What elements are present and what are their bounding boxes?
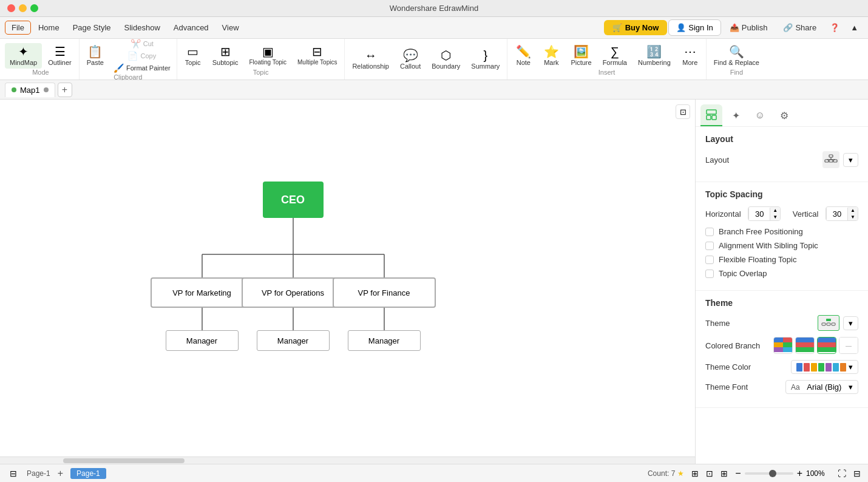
colored-branch-option-4[interactable]: — [839, 337, 858, 354]
panel-tab-emoji[interactable]: ☺ [749, 104, 771, 126]
vp-finance-node[interactable]: VP for Finance [333, 277, 436, 308]
vp-operations-node[interactable]: VP for Operations [242, 277, 345, 308]
summary-button[interactable]: } Summary [466, 47, 504, 72]
flexible-floating-checkbox[interactable] [705, 256, 714, 264]
floating-topic-button[interactable]: ▣ Floating Topic [244, 43, 291, 69]
horizontal-spinner[interactable]: 30 ▲ ▼ [748, 206, 781, 221]
home-menu[interactable]: Home [32, 21, 66, 35]
scroll-thumb[interactable] [63, 458, 185, 463]
sidebar-toggle-button[interactable]: ⊟ [7, 467, 19, 480]
horizontal-down[interactable]: ▼ [770, 214, 780, 220]
panel-right-button[interactable]: ⊟ [853, 469, 861, 478]
callout-button[interactable]: 💬 Callout [395, 47, 426, 72]
manager2-node[interactable]: Manager [257, 330, 330, 351]
manager1-node[interactable]: Manager [166, 330, 239, 351]
boundary-button[interactable]: ⬡ Boundary [427, 47, 465, 72]
outliner-icon: ☰ [55, 46, 66, 58]
sign-in-button[interactable]: 👤 Sign In [668, 19, 721, 36]
formula-button[interactable]: ∑ Formula [598, 43, 632, 69]
view-menu[interactable]: View [216, 21, 245, 35]
page-style-menu[interactable]: Page Style [67, 21, 117, 35]
colored-branch-option-2[interactable] [795, 337, 815, 354]
canvas-scrollbar[interactable] [0, 457, 695, 464]
colored-branch-option-1[interactable] [773, 337, 793, 354]
spacing-row: Horizontal 30 ▲ ▼ Vertical 30 ▲ ▼ [705, 206, 858, 221]
maximize-button[interactable] [30, 4, 38, 12]
theme-label: Theme [705, 319, 730, 328]
help-button[interactable]: ❓ [825, 20, 844, 35]
paste-button[interactable]: 📋 Paste [82, 38, 109, 73]
manager3-node[interactable]: Manager [348, 330, 421, 351]
add-page-button[interactable]: + [58, 468, 63, 479]
note-button[interactable]: ✏️ Note [510, 43, 537, 69]
horizontal-up[interactable]: ▲ [770, 207, 780, 214]
topic-button[interactable]: ▭ Topic [180, 43, 206, 69]
relationship-button[interactable]: ↔ Relationship [347, 47, 394, 72]
format-painter-icon: 🖌️ [114, 64, 124, 72]
vertical-spinner[interactable]: 30 ▲ ▼ [826, 206, 858, 221]
advanced-menu[interactable]: Advanced [168, 21, 215, 35]
mindmap-button[interactable]: ✦ MindMap [5, 43, 42, 69]
color-swatch-blue [796, 363, 802, 372]
status-bar: ⊟ Page-1 + Page-1 Count: 7 ★ ⊞ ⊡ ⊞ − + 1… [0, 464, 868, 482]
panel-tab-layout[interactable] [700, 104, 722, 126]
vp-marketing-node[interactable]: VP for Marketing [151, 277, 254, 308]
multiple-topics-button[interactable]: ⊟ Multiple Topics [293, 43, 342, 69]
layout-section: Layout Layout ▾ [696, 127, 868, 182]
find-label: Find [730, 69, 743, 76]
topic-spacing-section: Topic Spacing Horizontal 30 ▲ ▼ Vertical… [696, 182, 868, 291]
layout-dropdown[interactable]: ▾ [843, 153, 858, 167]
zoom-out-button[interactable]: − [735, 468, 741, 479]
svg-rect-19 [827, 323, 830, 325]
color-swatch-orange [811, 363, 817, 372]
add-tab-button[interactable]: + [58, 83, 72, 97]
copy-button[interactable]: 📄 Copy [110, 50, 174, 61]
branch-free-checkbox[interactable] [705, 228, 714, 236]
file-menu[interactable]: File [5, 21, 31, 35]
fullscreen-button[interactable]: ⛶ [838, 469, 846, 478]
minimize-button[interactable] [19, 4, 27, 12]
cut-button[interactable]: ✂️ Cut [110, 38, 174, 49]
vertical-down[interactable]: ▼ [848, 214, 858, 220]
panel-toggle-button[interactable]: ⊡ [676, 104, 690, 119]
vertical-label: Vertical [793, 209, 819, 219]
theme-dropdown[interactable]: ▾ [843, 316, 858, 330]
slideshow-menu[interactable]: Slideshow [118, 21, 166, 35]
more-button[interactable]: ⋯ More [677, 43, 704, 69]
subtopic-button[interactable]: ⊞ Subtopic [208, 43, 243, 69]
vertical-up[interactable]: ▲ [848, 207, 858, 214]
mark-button[interactable]: ⭐ Mark [538, 43, 565, 69]
map1-tab[interactable]: Map1 [5, 83, 55, 97]
canvas[interactable]: CEO VP for Marketing VP for Operations V… [0, 100, 695, 464]
theme-color-dropdown[interactable]: ▾ [791, 360, 858, 374]
buy-now-button[interactable]: 🛒 Buy Now [604, 20, 668, 35]
fit-width-button[interactable]: ⊡ [706, 469, 713, 478]
ceo-node[interactable]: CEO [263, 182, 324, 218]
font-icon: Aa [791, 383, 800, 392]
theme-font-dropdown[interactable]: Aa Arial (Big) ▾ [785, 380, 858, 394]
publish-button[interactable]: 📤 Publish [722, 20, 775, 35]
find-replace-button[interactable]: 🔍 Find & Replace [709, 43, 764, 69]
mark-icon: ⭐ [544, 46, 559, 58]
panel-tab-style[interactable]: ✦ [725, 104, 747, 126]
picture-button[interactable]: 🖼️ Picture [566, 43, 596, 69]
zoom-in-button[interactable]: + [797, 468, 802, 479]
fit-page-button[interactable]: ⊞ [691, 469, 699, 478]
zoom-slider[interactable] [745, 472, 793, 475]
alignment-sibling-checkbox[interactable] [705, 242, 714, 250]
find-replace-group: 🔍 Find & Replace Find [707, 39, 767, 80]
horizontal-value[interactable]: 30 [748, 208, 770, 220]
vertical-value[interactable]: 30 [826, 208, 848, 220]
colored-branch-option-3[interactable] [817, 337, 836, 354]
grid-button[interactable]: ⊞ [721, 469, 728, 478]
close-button[interactable] [7, 4, 15, 12]
format-painter-button[interactable]: 🖌️ Format Painter [110, 63, 174, 73]
outliner-button[interactable]: ☰ Outliner [43, 43, 76, 69]
map-color-indicator [12, 87, 16, 92]
numbering-button[interactable]: 🔢 Numbering [633, 43, 676, 69]
page-1-active-tab[interactable]: Page-1 [70, 468, 106, 479]
collapse-button[interactable]: ▲ [846, 20, 863, 35]
share-button[interactable]: 🔗 Share [776, 20, 824, 35]
topic-overlap-checkbox[interactable] [705, 270, 714, 278]
panel-tab-settings[interactable]: ⚙ [773, 104, 795, 126]
